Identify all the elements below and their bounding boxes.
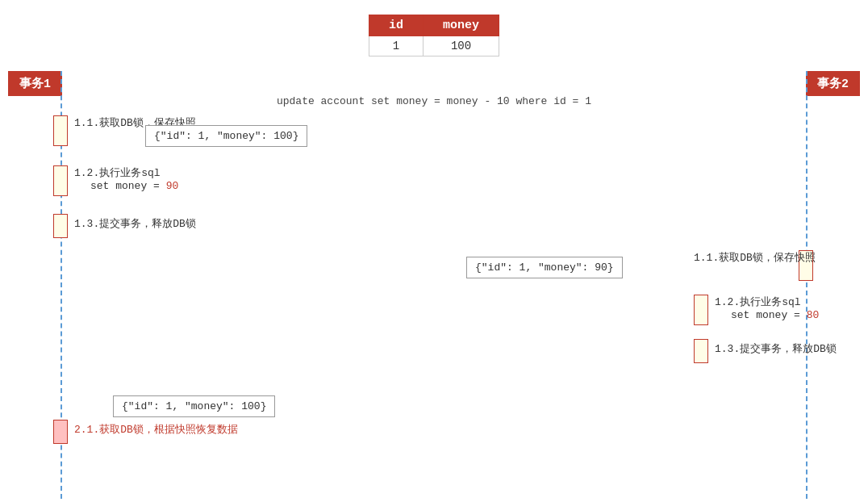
sql-statement: update account set money = money - 10 wh… (277, 95, 591, 107)
table-row: 1 100 (369, 36, 499, 56)
tx2-timeline (806, 71, 807, 499)
tx1-step4-block (53, 420, 68, 444)
db-table: id money 1 100 (369, 15, 499, 56)
tx1-step4-label: 2.1.获取DB锁，根据快照恢复数据 (74, 422, 238, 437)
tx1-step4-json: {"id": 1, "money": 100} (113, 395, 275, 417)
tx2-step1-json: {"id": 1, "money": 90} (466, 257, 623, 278)
tx2-step2-label: 1.2.执行业务sql set money = 80 (715, 295, 819, 321)
tx2-step2-block (694, 295, 708, 325)
col-money: money (424, 15, 499, 36)
diagram-container: id money 1 100 update account set money … (0, 0, 868, 502)
tx1-step2-label: 1.2.执行业务sql set money = 90 (74, 165, 178, 192)
tx1-step2-block (53, 165, 68, 196)
tx1-step3-block (53, 214, 68, 238)
col-id: id (369, 15, 423, 36)
tx2-step1-label: 1.1.获取DB锁，保存快照 (694, 250, 828, 265)
tx2-step2-detail: set money = 80 (731, 309, 819, 321)
tx1-label: 事务1 (8, 71, 62, 96)
tx1-step3-label: 1.3.提交事务，释放DB锁 (74, 216, 196, 231)
tx1-step1-block (53, 115, 68, 146)
tx1-step2-detail: set money = 90 (90, 180, 178, 192)
tx2-step3-block (694, 339, 708, 363)
tx1-step1-json: {"id": 1, "money": 100} (145, 125, 307, 147)
cell-id: 1 (369, 36, 423, 56)
tx2-step3-label: 1.3.提交事务，释放DB锁 (715, 341, 837, 356)
tx2-label: 事务2 (806, 71, 860, 96)
cell-money: 100 (424, 36, 499, 56)
